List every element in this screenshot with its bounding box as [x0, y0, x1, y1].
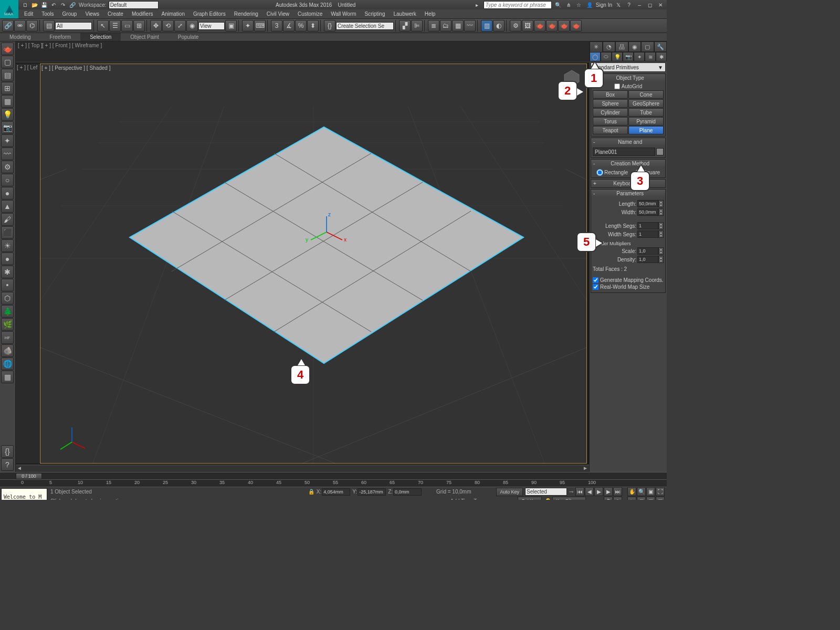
sub-spacewarps[interactable]: ≋ [645, 52, 656, 61]
keymode-select[interactable] [525, 488, 567, 496]
wseg-input[interactable] [637, 230, 658, 238]
search-input[interactable] [484, 1, 552, 9]
tree-icon[interactable]: 🌲 [1, 305, 14, 318]
prev-frame-btn[interactable]: ◀ [585, 487, 594, 496]
exchange-icon[interactable]: 𝕏 [614, 1, 623, 9]
prim-geosphere[interactable]: GeoSphere [628, 99, 664, 108]
unlink-btn[interactable]: ⚮ [14, 20, 26, 32]
wall-icon[interactable]: ▤ [1, 69, 14, 81]
circle-icon[interactable]: ○ [1, 174, 14, 186]
globe-icon[interactable]: 🌐 [1, 358, 14, 370]
tab-create[interactable]: ✳ [590, 41, 603, 52]
snap-btn[interactable]: 3 [271, 20, 282, 32]
prim-tube[interactable]: Tube [628, 108, 664, 117]
rollout-toggle-name[interactable]: - [593, 139, 595, 145]
add-time-tag[interactable]: Add Time Tag [450, 498, 482, 500]
new-icon[interactable]: 🗋 [21, 1, 29, 9]
mirror-btn[interactable]: ▞ [399, 20, 411, 32]
rock-icon[interactable]: 🪨 [1, 344, 14, 357]
frame-indicator[interactable]: 0 / 100 [16, 473, 42, 479]
user-icon[interactable]: 👤 [585, 1, 594, 9]
help-icon[interactable]: ? [625, 1, 633, 9]
cylinder-icon[interactable]: ⬛ [1, 226, 14, 239]
bind-btn[interactable]: ⌬ [26, 20, 38, 32]
vp-orbit-btn[interactable]: ⭮ [627, 497, 636, 500]
vp-left-label[interactable]: [ + ] [ Lef [17, 65, 37, 70]
vp-pan-btn[interactable]: ✋ [627, 487, 636, 496]
menu-graph-editors[interactable]: Graph Editors [189, 10, 230, 18]
vp-persp-label[interactable]: [ + ] [ Perspective ] [ Shaded ] [41, 65, 110, 71]
cm-rectangle[interactable]: Rectangle [596, 169, 628, 176]
sub-cameras[interactable]: 📷 [623, 52, 634, 61]
sphere-icon[interactable]: ● [1, 187, 14, 200]
redo-icon[interactable]: ↷ [59, 1, 67, 9]
grid-icon[interactable]: ▦ [1, 371, 14, 383]
shape-icon[interactable]: ⬡ [1, 292, 14, 304]
point-icon[interactable]: • [1, 279, 14, 291]
prim-box[interactable]: Box [593, 90, 628, 99]
named-sel-btn[interactable]: {} [324, 20, 335, 32]
sub-geometry[interactable]: ◯ [590, 52, 601, 61]
menu-animation[interactable]: Animation [157, 10, 188, 18]
menu-help[interactable]: Help [421, 10, 440, 18]
autogrid-checkbox[interactable] [614, 83, 620, 89]
particles-icon[interactable]: ✱ [1, 266, 14, 278]
kbd-btn[interactable]: ⌨ [254, 20, 266, 32]
signin-link[interactable]: Sign In [596, 2, 612, 8]
select-btn[interactable]: ↖ [97, 20, 109, 32]
scene-expl-btn[interactable]: 🗂 [440, 20, 452, 32]
vp-zoom-all-btn[interactable]: ⊡ [637, 497, 646, 500]
wseg-spinner[interactable]: ▲▼ [658, 230, 664, 238]
render-active-btn[interactable]: 🫖 [570, 20, 582, 32]
script-icon[interactable]: {} [1, 445, 14, 458]
moon-icon[interactable]: ● [1, 253, 14, 265]
sub-lights[interactable]: 💡 [612, 52, 623, 61]
open-icon[interactable]: 📂 [30, 1, 39, 9]
selset-input[interactable] [336, 22, 394, 30]
prim-cylinder[interactable]: Cylinder [593, 108, 628, 117]
minimize-icon[interactable]: – [635, 1, 644, 9]
menu-scripting[interactable]: Scripting [361, 10, 390, 18]
length-input[interactable] [637, 200, 658, 207]
window-cross-btn[interactable]: ⊞ [133, 20, 145, 32]
schematic-btn[interactable]: ▥ [481, 20, 492, 32]
sub-systems[interactable]: ✱ [656, 52, 667, 61]
keyfilters-button[interactable]: Key Filters... [552, 497, 586, 500]
star-icon[interactable]: ☆ [575, 1, 583, 9]
menu-laubwerk[interactable]: Laubwerk [389, 10, 420, 18]
window-icon[interactable]: ⊞ [1, 82, 14, 94]
info-arrow-icon[interactable]: ▸ [473, 1, 481, 9]
vp-front-label[interactable]: [ + ] [ Front ] [ Wireframe ] [42, 43, 102, 48]
x-coord[interactable] [322, 488, 350, 496]
rw-map-checkbox[interactable] [593, 284, 598, 290]
curve-ed-btn[interactable]: 〰 [464, 20, 476, 32]
camera-icon[interactable]: 📷 [1, 121, 14, 134]
ribbon-modeling[interactable]: Modeling [0, 33, 40, 41]
tab-motion[interactable]: ◉ [628, 41, 642, 52]
isolate-btn[interactable]: ◎ [613, 497, 622, 500]
layer-btn[interactable]: ≣ [428, 20, 439, 32]
scale-btn[interactable]: ⤢ [174, 20, 186, 32]
width-spinner[interactable]: ▲▼ [658, 208, 664, 216]
sub-shapes[interactable]: ⬭ [601, 52, 612, 61]
density-input[interactable] [637, 256, 658, 263]
autokey-button[interactable]: Auto Key [496, 488, 523, 496]
length-spinner[interactable]: ▲▼ [658, 200, 664, 207]
tab-modify[interactable]: ◔ [603, 41, 616, 52]
prim-plane[interactable]: Plane [628, 126, 664, 134]
menu-civil-view[interactable]: Civil View [262, 10, 293, 18]
ribbon-selection[interactable]: Selection [80, 33, 121, 41]
rollout-toggle-cm[interactable]: - [593, 161, 595, 166]
maxscript-listener[interactable]: Welcome to M [1, 488, 47, 500]
prim-teapot[interactable]: Teapot [593, 126, 628, 134]
search-icon[interactable]: 🔍 [554, 1, 562, 9]
play-btn[interactable]: ▶ [594, 487, 603, 496]
angle-snap-btn[interactable]: ∡ [283, 20, 295, 32]
tab-display[interactable]: ▢ [641, 41, 654, 52]
rollout-toggle-params[interactable]: - [593, 191, 595, 196]
rotate-btn[interactable]: ⟲ [162, 20, 174, 32]
viewport-scrollbar[interactable]: ◄ ► [16, 465, 589, 472]
pivot-btn[interactable]: ▣ [225, 20, 237, 32]
object-name-input[interactable] [593, 148, 655, 156]
link-icon[interactable]: 🔗 [68, 1, 77, 9]
